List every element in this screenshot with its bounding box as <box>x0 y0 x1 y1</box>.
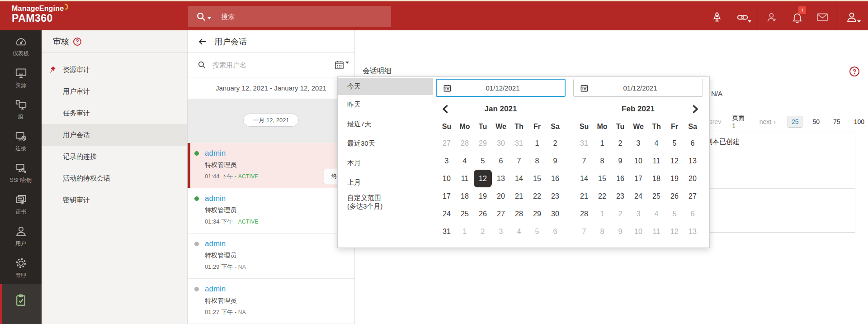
calendar-day[interactable]: 3 <box>492 223 510 240</box>
sidebar-item-audit[interactable] <box>0 284 42 324</box>
calendar-day[interactable]: 1 <box>593 134 611 152</box>
calendar-day[interactable]: 14 <box>575 170 593 187</box>
calendar-day[interactable]: 30 <box>546 205 564 223</box>
calendar-day[interactable]: 20 <box>492 187 510 205</box>
calendar-day[interactable]: 6 <box>684 205 702 223</box>
calendar-day[interactable]: 25 <box>456 205 474 223</box>
audit-menu-item-resource-audit[interactable]: 资源审计 <box>42 59 187 81</box>
calendar-day[interactable]: 5 <box>528 223 546 240</box>
calendar-day[interactable]: 2 <box>611 134 629 152</box>
session-user-link[interactable]: admin <box>205 149 226 158</box>
calendar-day[interactable]: 11 <box>647 152 665 170</box>
end-date-input[interactable]: 01/12/2021 <box>573 79 703 97</box>
audit-help-icon[interactable]: ? <box>73 38 81 46</box>
calendar-day[interactable]: 15 <box>528 170 546 187</box>
calendar-day[interactable]: 11 <box>456 170 474 187</box>
calendar-day[interactable]: 17 <box>629 170 647 187</box>
calendar-day[interactable]: 4 <box>647 205 665 223</box>
calendar-day[interactable]: 3 <box>629 205 647 223</box>
tab-session-details[interactable]: 会话明细 <box>363 67 392 76</box>
calendar-day[interactable]: 25 <box>647 187 665 205</box>
sidebar-item-dashboard[interactable]: 仪表板 <box>0 30 42 62</box>
sidebar-item-certificates[interactable]: 证书 <box>0 189 42 220</box>
calendar-day[interactable]: 28 <box>510 205 528 223</box>
calendar-day[interactable]: 4 <box>510 223 528 240</box>
calendar-day[interactable]: 14 <box>510 170 528 187</box>
page-size-option[interactable]: 50 <box>809 116 823 127</box>
calendar-day[interactable]: 5 <box>474 152 492 170</box>
calendar-day[interactable]: 13 <box>684 152 702 170</box>
calendar-day[interactable]: 12 <box>474 170 492 187</box>
calendar-prev-icon[interactable] <box>442 105 448 113</box>
audit-menu-item-task-audit[interactable]: 任务审计 <box>42 102 187 124</box>
quick-links-icon[interactable] <box>730 3 755 32</box>
calendar-day[interactable]: 28 <box>456 134 474 152</box>
calendar-day[interactable]: 26 <box>474 205 492 223</box>
date-preset-option[interactable]: 本月 <box>338 153 433 173</box>
calendar-day[interactable]: 20 <box>684 170 702 187</box>
calendar-day[interactable]: 16 <box>546 170 564 187</box>
pagination-next-arrow-icon[interactable]: › <box>774 118 776 125</box>
calendar-day[interactable]: 3 <box>438 152 456 170</box>
calendar-day[interactable]: 23 <box>546 187 564 205</box>
calendar-day[interactable]: 8 <box>593 223 611 240</box>
whats-new-rocket-icon[interactable] <box>704 3 730 32</box>
calendar-day[interactable]: 31 <box>510 134 528 152</box>
session-list-item[interactable]: admin 特权管理员 01:34 下午 - ACTIVE 终止 <box>188 188 354 233</box>
calendar-day[interactable]: 12 <box>665 152 684 170</box>
user-menu-icon[interactable] <box>839 3 864 32</box>
calendar-day[interactable]: 10 <box>629 152 647 170</box>
back-arrow-icon[interactable] <box>198 37 208 47</box>
calendar-day[interactable]: 7 <box>575 223 593 240</box>
calendar-day[interactable]: 1 <box>593 205 611 223</box>
calendar-day[interactable]: 6 <box>684 134 702 152</box>
calendar-day[interactable]: 2 <box>474 223 492 240</box>
search-scope-caret-icon[interactable] <box>208 17 211 19</box>
calendar-day[interactable]: 24 <box>629 187 647 205</box>
notifications-bell-icon[interactable]: ! <box>784 3 810 32</box>
calendar-day[interactable]: 31 <box>575 134 593 152</box>
date-preset-option[interactable]: 最近30天 <box>338 134 433 153</box>
calendar-day[interactable]: 9 <box>546 152 564 170</box>
sidebar-item-users[interactable]: 用户 <box>0 220 42 252</box>
calendar-day[interactable]: 8 <box>593 152 611 170</box>
session-list-item[interactable]: admin 特权管理员 01:27 下午 - NA 终止 <box>188 279 354 324</box>
audit-menu-item-recorded-connections[interactable]: 记录的连接 <box>42 146 187 167</box>
calendar-day[interactable]: 18 <box>647 170 665 187</box>
session-user-link[interactable]: admin <box>205 239 226 248</box>
session-user-link[interactable]: admin <box>205 285 226 294</box>
sidebar-item-resources[interactable]: 资源 <box>0 62 42 94</box>
calendar-day[interactable]: 26 <box>665 187 684 205</box>
session-user-link[interactable]: admin <box>205 194 226 203</box>
calendar-day[interactable]: 23 <box>611 187 629 205</box>
calendar-day[interactable]: 31 <box>438 223 456 240</box>
calendar-day[interactable]: 7 <box>510 152 528 170</box>
calendar-day[interactable]: 15 <box>593 170 611 187</box>
calendar-day[interactable]: 27 <box>438 134 456 152</box>
calendar-day[interactable]: 29 <box>474 134 492 152</box>
pagination-next[interactable]: next <box>760 118 771 125</box>
page-size-option[interactable]: 25 <box>788 116 803 128</box>
calendar-day[interactable]: 12 <box>665 223 684 240</box>
calendar-day[interactable]: 21 <box>510 187 528 205</box>
audit-menu-item-user-audit[interactable]: 用户审计 <box>42 81 187 102</box>
calendar-day[interactable]: 6 <box>546 223 564 240</box>
global-search-bar[interactable] <box>188 6 391 27</box>
user-star-icon[interactable] <box>759 3 784 32</box>
calendar-day[interactable]: 11 <box>647 223 665 240</box>
date-preset-option[interactable]: 上月 <box>338 173 433 192</box>
calendar-day[interactable]: 1 <box>456 223 474 240</box>
pagination-prev[interactable]: prev <box>709 118 721 125</box>
sidebar-item-connections[interactable]: 连接 <box>0 125 42 157</box>
calendar-day[interactable]: 21 <box>575 187 593 205</box>
calendar-day[interactable]: 9 <box>611 223 629 240</box>
calendar-next-icon[interactable] <box>693 105 698 113</box>
mail-icon[interactable] <box>810 3 835 32</box>
calendar-day[interactable]: 7 <box>575 152 593 170</box>
calendar-day[interactable]: 9 <box>611 152 629 170</box>
calendar-day[interactable]: 16 <box>611 170 629 187</box>
calendar-day[interactable]: 29 <box>528 205 546 223</box>
audit-menu-item-key-audit[interactable]: 密钥审计 <box>42 189 187 211</box>
start-date-input[interactable]: 01/12/2021 <box>436 79 566 97</box>
calendar-day[interactable]: 13 <box>492 170 510 187</box>
